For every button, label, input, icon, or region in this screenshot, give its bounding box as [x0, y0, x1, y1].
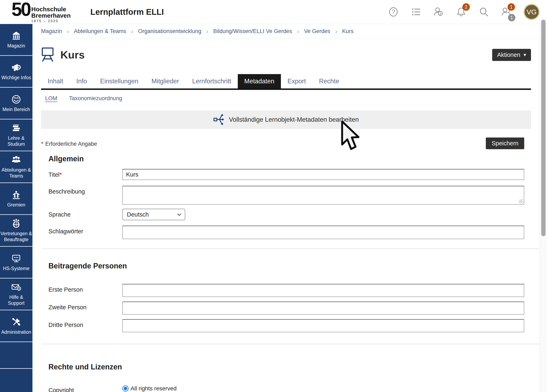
sidebar-item-hs-systeme[interactable]: HS-Systeme	[0, 247, 33, 278]
list-icon[interactable]	[411, 7, 421, 17]
tab-lernfortschritt[interactable]: Lernfortschritt	[186, 74, 238, 88]
section-heading-beitragende: Beitragende Personen	[48, 262, 540, 270]
aktionen-button[interactable]: Aktionen ▾	[492, 49, 531, 61]
tab-bar: Inhalt Info Einstellungen Mitglieder Ler…	[41, 74, 531, 90]
schlagwoerter-input[interactable]	[122, 226, 524, 239]
scrollbar-thumb[interactable]	[541, 20, 546, 236]
tab-inhalt[interactable]: Inhalt	[41, 74, 70, 88]
contacts-total-badge: 1	[508, 14, 515, 21]
mail-help-icon: ?	[10, 282, 22, 292]
section-divider	[42, 249, 539, 249]
sidebar: Magazin Wichtige Infos Mein Bereich Lehr…	[0, 24, 33, 392]
sidebar-item-lehre-studium[interactable]: Lehre & Studium	[0, 119, 33, 151]
edit-full-metadata-link[interactable]: Vollständige Lernobjekt-Metadaten bearbe…	[41, 110, 531, 129]
resize-grip-icon[interactable]	[519, 199, 523, 203]
books-icon	[10, 123, 22, 133]
zweite-person-input[interactable]	[122, 302, 524, 315]
people-group-icon	[10, 155, 22, 165]
beschreibung-textarea[interactable]	[122, 186, 524, 205]
monitor-icon	[10, 253, 22, 264]
logo-number: 50	[12, 1, 30, 18]
required-asterisk: *	[41, 141, 43, 147]
chevron-right-icon: ›	[206, 28, 208, 35]
chevron-down-icon	[177, 212, 181, 216]
subtab-lom[interactable]: LOM	[45, 95, 57, 102]
chevron-right-icon: ›	[131, 28, 133, 35]
sprache-label: Sprache	[48, 209, 122, 218]
app-title: Lernplattform ELLI	[90, 7, 164, 17]
chevron-right-icon: ›	[67, 28, 69, 35]
breadcrumb-kurs[interactable]: Kurs	[342, 28, 354, 34]
sidebar-item-abteilungen-teams[interactable]: Abteilungen & Teams	[0, 151, 33, 183]
tab-info[interactable]: Info	[70, 74, 94, 88]
breadcrumb-organisationsentwicklung[interactable]: Organisationsentwicklung	[138, 28, 201, 34]
sidebar-item-vertretungen[interactable]: Vertretungen & Beauftragte	[0, 215, 33, 247]
schlagwoerter-label: Schlagwörter	[48, 226, 122, 235]
copyright-radio[interactable]	[122, 385, 129, 392]
page-title: Kurs	[60, 49, 85, 61]
sidebar-item-magazin[interactable]: Magazin	[0, 24, 33, 56]
contacts-icon[interactable]: 1 1	[501, 7, 512, 17]
course-easel-icon	[41, 47, 54, 63]
copyright-radio-label: All rights reserved	[130, 385, 177, 392]
hochschule-bremerhaven-logo: 50 Hochschule Bremerhaven 1975 – 2025	[12, 1, 71, 23]
sub-tab-bar: LOM Taxonomiezuordnung	[45, 95, 540, 102]
breadcrumb: Magazin › Abteilungen & Teams › Organisa…	[33, 24, 540, 39]
tools-icon	[10, 317, 22, 327]
avatar[interactable]: VG	[524, 4, 540, 20]
app-header: 50 Hochschule Bremerhaven 1975 – 2025 Le…	[0, 0, 547, 24]
sidebar-filler	[0, 342, 33, 369]
required-note: *Erforderliche Angabe	[41, 137, 97, 147]
subtab-taxonomiezuordnung[interactable]: Taxonomiezuordnung	[69, 95, 122, 102]
sidebar-item-gremien[interactable]: Gremien	[0, 183, 33, 215]
logo-name-line2: Bremerhaven	[31, 13, 71, 19]
committee-icon	[10, 190, 22, 200]
metadata-tree-icon	[213, 114, 224, 126]
tab-export[interactable]: Export	[281, 74, 313, 88]
smiley-icon	[10, 94, 22, 104]
main-content: Magazin › Abteilungen & Teams › Organisa…	[33, 24, 540, 392]
bank-icon	[10, 31, 22, 41]
sidebar-item-hilfe-support[interactable]: ? Hilfe & Support	[0, 278, 33, 310]
chevron-right-icon: ›	[335, 28, 337, 35]
breadcrumb-abteilungen-teams[interactable]: Abteilungen & Teams	[74, 28, 126, 34]
breadcrumb-magazin[interactable]: Magazin	[41, 28, 62, 34]
chevron-down-icon: ▾	[524, 52, 526, 58]
sprache-selected-value: Deutsch	[127, 211, 149, 218]
help-icon[interactable]: ?	[388, 7, 399, 17]
globe-people-icon	[10, 218, 22, 229]
required-asterisk: *	[60, 171, 62, 178]
edit-full-metadata-label: Vollständige Lernobjekt-Metadaten bearbe…	[229, 116, 359, 123]
tab-mitglieder[interactable]: Mitglieder	[145, 74, 186, 88]
user-alert-icon[interactable]: !	[433, 7, 444, 17]
search-icon[interactable]	[479, 7, 489, 17]
svg-text:?: ?	[392, 8, 395, 15]
titel-label: Titel*	[48, 169, 122, 178]
bell-icon[interactable]: 2	[456, 7, 466, 17]
titel-input[interactable]	[122, 169, 524, 180]
tab-rechte[interactable]: Rechte	[313, 74, 346, 88]
chevron-right-icon: ›	[297, 28, 299, 35]
erste-person-input[interactable]	[122, 284, 524, 297]
beschreibung-label: Beschreibung	[48, 186, 122, 195]
tab-metadaten[interactable]: Metadaten	[238, 74, 281, 88]
logo-years: 1975 – 2025	[31, 19, 71, 23]
radio-dot	[124, 387, 127, 390]
sidebar-item-wichtige-infos[interactable]: Wichtige Infos	[0, 56, 33, 88]
section-heading-rechte: Rechte und Lizenzen	[48, 363, 540, 371]
sidebar-item-administration[interactable]: Administration	[0, 310, 33, 342]
tab-einstellungen[interactable]: Einstellungen	[94, 74, 145, 88]
breadcrumb-bildung-wissen[interactable]: Bildung/Wissen/ELLI Ve Gerdes	[213, 28, 292, 34]
section-divider	[42, 344, 539, 344]
contacts-new-badge: 1	[508, 3, 515, 11]
breadcrumb-ve-gerdes[interactable]: Ve Gerdes	[304, 28, 330, 34]
speichern-button[interactable]: Speichern	[486, 137, 524, 149]
sprache-select[interactable]: Deutsch	[122, 209, 185, 220]
logo-name-line1: Hochschule	[31, 6, 71, 13]
dritte-person-label: Dritte Person	[48, 319, 122, 328]
erste-person-label: Erste Person	[48, 284, 122, 293]
zweite-person-label: Zweite Person	[48, 302, 122, 311]
dritte-person-input[interactable]	[122, 319, 524, 332]
sidebar-item-mein-bereich[interactable]: Mein Bereich	[0, 88, 33, 119]
scrollbar-track[interactable]	[540, 18, 547, 392]
